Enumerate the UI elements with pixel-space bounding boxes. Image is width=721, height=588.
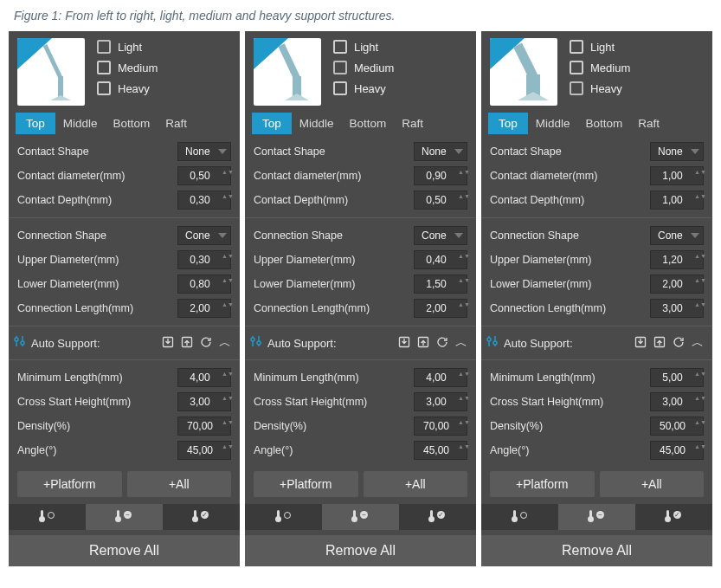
weight-checkbox-heavy[interactable]: Heavy <box>333 81 394 95</box>
refresh-icon[interactable] <box>436 336 448 351</box>
support-add-tool[interactable] <box>481 504 558 530</box>
spinner-contact-diameter[interactable]: 0,90▲▼ <box>414 166 467 185</box>
spinner-upper-diameter[interactable]: 0,30▲▼ <box>177 250 231 269</box>
spinner-angle[interactable]: 45,00▲▼ <box>650 441 704 460</box>
tab-raft[interactable]: Raft <box>158 113 195 134</box>
spinner-arrows-icon: ▲▼ <box>694 300 701 316</box>
checkbox-box-icon <box>97 81 111 95</box>
spinner-contact-diameter[interactable]: 1,00▲▼ <box>650 166 704 185</box>
dropdown-connection-shape[interactable]: Cone <box>414 226 467 245</box>
support-remove-tool[interactable]: − <box>86 504 163 530</box>
tab-raft[interactable]: Raft <box>630 113 667 134</box>
spinner-arrows-icon: ▲▼ <box>222 443 229 458</box>
weight-checkbox-light[interactable]: Light <box>570 40 630 54</box>
spinner-density[interactable]: 70,00▲▼ <box>414 417 467 436</box>
weight-checkbox-light[interactable]: Light <box>333 40 394 54</box>
weight-checkbox-medium[interactable]: Medium <box>97 61 158 74</box>
tab-raft[interactable]: Raft <box>394 113 431 134</box>
spinner-lower-diameter[interactable]: 0,80▲▼ <box>177 275 231 294</box>
export-icon[interactable] <box>653 336 666 351</box>
platform-button[interactable]: +Platform <box>17 471 122 497</box>
spinner-density[interactable]: 70,00▲▼ <box>177 417 231 436</box>
spinner-cross-start-height[interactable]: 3,00▲▼ <box>177 392 231 411</box>
import-icon[interactable] <box>634 336 647 351</box>
divider <box>9 326 240 326</box>
support-remove-tool[interactable]: − <box>322 504 399 530</box>
spinner-lower-diameter[interactable]: 2,00▲▼ <box>650 275 704 294</box>
tab-top[interactable]: Top <box>488 113 528 134</box>
chevron-down-icon <box>691 233 699 238</box>
spinner-min-length[interactable]: 5,00▲▼ <box>650 368 704 387</box>
all-button[interactable]: +All <box>364 471 468 497</box>
dropdown-contact-shape[interactable]: None <box>177 142 231 161</box>
spinner-connection-length[interactable]: 2,00▲▼ <box>177 299 231 318</box>
support-panel-light: Light Medium Heavy Top Middle Bottom Raf… <box>9 31 240 566</box>
spinner-cross-start-height[interactable]: 3,00▲▼ <box>650 392 704 411</box>
tab-bottom[interactable]: Bottom <box>342 113 395 134</box>
spinner-min-length[interactable]: 4,00▲▼ <box>414 368 467 387</box>
chevron-down-icon <box>454 149 463 154</box>
dropdown-connection-shape[interactable]: Cone <box>177 226 231 245</box>
svg-point-15 <box>257 341 261 345</box>
tab-bottom[interactable]: Bottom <box>106 113 158 134</box>
spinner-angle[interactable]: 45,00▲▼ <box>177 441 231 460</box>
support-add-tool[interactable] <box>9 504 86 530</box>
import-icon[interactable] <box>398 336 410 351</box>
export-icon[interactable] <box>417 336 429 351</box>
support-pillar-edit-icon: ✓ <box>430 510 445 520</box>
remove-all-button[interactable]: Remove All <box>9 535 240 566</box>
tab-middle[interactable]: Middle <box>292 113 342 134</box>
remove-all-button[interactable]: Remove All <box>245 535 476 566</box>
spinner-density[interactable]: 50,00▲▼ <box>650 417 704 436</box>
chevron-down-icon <box>454 233 463 238</box>
tab-middle[interactable]: Middle <box>55 113 106 134</box>
support-edit-tool[interactable]: ✓ <box>635 504 712 530</box>
spinner-upper-diameter[interactable]: 1,20▲▼ <box>650 250 704 269</box>
svg-marker-20 <box>518 92 549 100</box>
chevron-up-icon[interactable]: ︿ <box>219 335 231 351</box>
refresh-icon[interactable] <box>673 336 685 351</box>
all-button[interactable]: +All <box>127 471 232 497</box>
spinner-cross-start-height[interactable]: 3,00▲▼ <box>414 392 467 411</box>
spinner-lower-diameter[interactable]: 1,50▲▼ <box>414 275 467 294</box>
spinner-contact-depth[interactable]: 1,00▲▼ <box>650 191 704 210</box>
tab-bottom[interactable]: Bottom <box>578 113 631 134</box>
tab-middle[interactable]: Middle <box>528 113 578 134</box>
dropdown-contact-shape[interactable]: None <box>650 142 704 161</box>
support-edit-tool[interactable]: ✓ <box>399 504 476 530</box>
import-icon[interactable] <box>162 336 174 351</box>
svg-point-22 <box>487 338 491 341</box>
weight-checkbox-medium[interactable]: Medium <box>333 61 394 74</box>
spinner-upper-diameter[interactable]: 0,40▲▼ <box>414 250 467 269</box>
spinner-min-length[interactable]: 4,00▲▼ <box>177 368 231 387</box>
label-auto-support: Auto Support: <box>504 337 634 350</box>
support-add-tool[interactable] <box>245 504 322 530</box>
spinner-angle[interactable]: 45,00▲▼ <box>414 441 467 460</box>
weight-checkbox-heavy[interactable]: Heavy <box>570 81 630 95</box>
spinner-contact-diameter[interactable]: 0,50▲▼ <box>177 166 231 185</box>
platform-button[interactable]: +Platform <box>254 471 358 497</box>
support-edit-tool[interactable]: ✓ <box>163 504 240 530</box>
platform-button[interactable]: +Platform <box>490 471 595 497</box>
spinner-contact-depth[interactable]: 0,30▲▼ <box>177 191 231 210</box>
svg-point-24 <box>493 341 497 345</box>
weight-checkbox-heavy[interactable]: Heavy <box>97 81 158 95</box>
label-contact-shape: Contact Shape <box>254 145 410 158</box>
chevron-up-icon[interactable]: ︿ <box>692 335 704 351</box>
chevron-up-icon[interactable]: ︿ <box>455 335 467 351</box>
export-icon[interactable] <box>181 336 193 351</box>
tab-top[interactable]: Top <box>252 113 292 134</box>
remove-all-button[interactable]: Remove All <box>481 535 712 566</box>
spinner-contact-depth[interactable]: 0,50▲▼ <box>414 191 467 210</box>
spinner-connection-length[interactable]: 2,00▲▼ <box>414 299 467 318</box>
all-button[interactable]: +All <box>600 471 705 497</box>
dropdown-contact-shape[interactable]: None <box>414 142 467 161</box>
weight-checkbox-light[interactable]: Light <box>97 40 158 54</box>
spinner-connection-length[interactable]: 3,00▲▼ <box>650 299 704 318</box>
weight-checkbox-medium[interactable]: Medium <box>570 61 630 74</box>
dropdown-connection-shape[interactable]: Cone <box>650 226 704 245</box>
tab-top[interactable]: Top <box>16 113 55 134</box>
spinner-arrows-icon: ▲▼ <box>694 394 701 410</box>
refresh-icon[interactable] <box>200 336 212 351</box>
support-remove-tool[interactable]: − <box>558 504 635 530</box>
